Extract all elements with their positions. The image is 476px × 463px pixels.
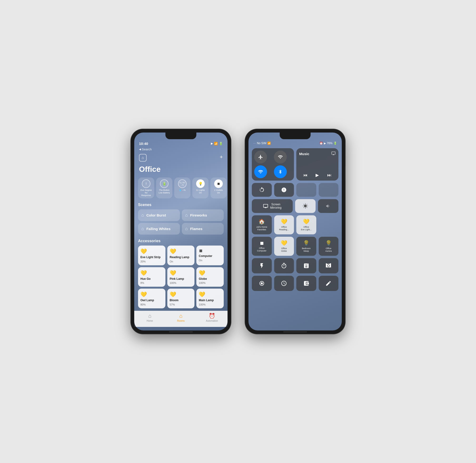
acc-name-0: Eve Light Strip	[140, 256, 163, 259]
right-home-indicator[interactable]	[283, 331, 307, 332]
cc-clock-btn[interactable]	[274, 276, 294, 291]
cc-office-eve-btn[interactable]: 💛 OfficeEve Light...	[296, 215, 316, 234]
cc-bluetooth-btn[interactable]	[274, 165, 287, 178]
scene-label-3: Flames	[190, 227, 203, 231]
back-nav[interactable]: Search	[134, 147, 227, 153]
accessory-main-lamp[interactable]: 💛 Main Lamp 100%	[196, 289, 224, 308]
vol-down-button[interactable]	[131, 171, 131, 180]
cc-connectivity-panel	[252, 148, 294, 181]
right-notch	[280, 133, 311, 139]
cc-julis-home-btn[interactable]: 🏠 Juli's HomeFavorites	[252, 215, 272, 234]
cc-app-shortcuts-row1	[252, 258, 338, 273]
acc-status-6: 80%	[140, 303, 163, 306]
status-tile-button[interactable]: 🔋 The ButtonLow Battery	[156, 178, 172, 198]
tab-rooms[interactable]: ⌂ Rooms	[174, 313, 188, 322]
acc-status-8: 100%	[199, 303, 221, 306]
cc-office-computer-btn[interactable]: ⏹ OfficeComputer	[252, 237, 272, 256]
tab-automation[interactable]: ⏰ Automation	[205, 313, 219, 322]
cc-carrier: ···· No SIM 📶	[253, 142, 271, 145]
tab-home[interactable]: ⌂ Home	[143, 313, 157, 322]
accessory-owl-lamp[interactable]: 💛 Owl Lamp 80%	[138, 289, 165, 308]
right-vol-up[interactable]	[245, 160, 245, 169]
status-tiles-container: ! Eve DegreeNo Response 🔋 The ButtonLow …	[134, 178, 227, 203]
right-vol-down[interactable]	[245, 171, 245, 180]
cc-prev-btn[interactable]: ⏮	[303, 173, 307, 178]
cc-music-panel[interactable]: Music ⏮ ▶ ⏭	[296, 148, 338, 181]
home-icon-button[interactable]: ⌂	[139, 154, 147, 161]
cc-office-globe-btn[interactable]: 💛 OfficeGlobe	[274, 237, 294, 256]
cc-next-btn[interactable]: ⏭	[327, 173, 332, 178]
status-tile-lights[interactable]: 💡 11 LightsOn	[192, 178, 208, 198]
cc-battery-icon: 🔋	[333, 142, 337, 145]
status-tile-temp[interactable]: 71-75°--% 💧 --%	[174, 178, 190, 198]
acc-status-5: 100%	[199, 281, 221, 284]
light-icon-7: 💛	[170, 292, 192, 298]
cc-airplay-icon[interactable]	[331, 151, 336, 156]
right-phone: ···· No SIM 📶 ⏰ ▶ 76% 🔋	[245, 129, 345, 334]
acc-name-4: Pink Lamp	[170, 277, 192, 281]
cc-airplane-btn[interactable]	[254, 151, 267, 163]
accessory-reading-lamp[interactable]: 💛 Reading Lamp On	[167, 246, 195, 265]
home-screen: 10:40 ▶ 📶 🔋 Search ⌂ + Office	[134, 133, 227, 330]
cc-wifi-btn[interactable]	[254, 165, 267, 178]
accessory-hue-go[interactable]: 💛 Hue Go 8%	[138, 267, 165, 287]
status-tile-eve-degree[interactable]: ! Eve DegreeNo Response	[138, 178, 154, 198]
cc-dnd-btn[interactable]	[274, 183, 294, 197]
accessory-globe[interactable]: 💛 Globe 100%	[196, 267, 224, 287]
back-label[interactable]: Search	[142, 148, 152, 151]
accessory-bloom[interactable]: 💛 Bloom 57%	[167, 289, 195, 308]
cc-rotation-lock-btn[interactable]	[252, 183, 272, 197]
eve-degree-icon: !	[142, 179, 150, 188]
outlets-label: 2 OutletsOn	[214, 189, 223, 194]
cc-office-reading-btn[interactable]: 💛 OfficeReading...	[274, 215, 294, 234]
accessories-header: Accessories	[134, 239, 227, 246]
home-indicator[interactable]	[169, 331, 193, 332]
cc-camera-btn[interactable]	[319, 258, 339, 273]
accessory-pink-lamp[interactable]: 💛 Pink Lamp 100%	[167, 267, 195, 287]
cc-notes-btn[interactable]	[319, 276, 339, 291]
power-button[interactable]	[231, 166, 231, 180]
cc-calculator-btn[interactable]	[296, 258, 316, 273]
cc-play-btn[interactable]: ▶	[315, 172, 319, 178]
lights-icon: 💡	[196, 179, 205, 188]
tab-rooms-label: Rooms	[177, 320, 185, 322]
cc-brightness-btn[interactable]	[295, 199, 315, 213]
cc-timer-btn[interactable]	[274, 258, 294, 273]
cc-empty-btn-1[interactable]	[296, 183, 316, 197]
add-button[interactable]: +	[220, 154, 223, 160]
cc-empty-btn-2[interactable]	[319, 183, 339, 197]
cc-flashlight-btn[interactable]	[252, 258, 272, 273]
accessory-computer[interactable]: ⏹ Computer On	[196, 246, 224, 265]
accessory-eve-light-strip[interactable]: 💛 Eve Light Strip 20%	[138, 246, 165, 265]
scene-label-1: Fireworks	[190, 213, 207, 217]
cc-office-aurora-btn[interactable]: 💡 OfficeAurora	[319, 237, 339, 256]
right-power-btn[interactable]	[345, 166, 345, 180]
acc-status-1: On	[170, 260, 192, 263]
light-icon-3: 💛	[140, 270, 163, 276]
cc-wallet-btn[interactable]	[296, 276, 316, 291]
scenes-grid: ⌂ Color Burst ⌂ Fireworks ⌂ Falling Whit…	[134, 209, 227, 239]
bedroom-meep-label: BedroomMeep	[302, 247, 311, 252]
svg-point-1	[260, 282, 263, 285]
cc-volume-btn[interactable]	[318, 199, 338, 213]
status-tile-outlets[interactable]: ⏹ 2 OutletsOn	[210, 178, 227, 198]
cc-grid: Music ⏮ ▶ ⏭	[249, 147, 342, 292]
office-eve-label: OfficeEve Light...	[301, 226, 312, 231]
acc-status-7: 57%	[170, 303, 192, 306]
office-reading-icon: 💛	[281, 219, 287, 225]
cc-screen-mirroring-btn[interactable]: ScreenMirroring	[252, 199, 293, 213]
lights-label: 11 LightsOn	[196, 189, 205, 194]
acc-status-0: 20%	[140, 260, 163, 263]
scene-flames[interactable]: ⌂ Flames	[182, 223, 224, 235]
bedroom-meep-icon: 💡	[303, 240, 309, 246]
cc-bedroom-meep-btn[interactable]: 💡 BedroomMeep	[296, 237, 316, 256]
scene-color-burst[interactable]: ⌂ Color Burst	[138, 209, 180, 221]
acc-name-3: Hue Go	[140, 277, 163, 281]
cc-wifi-icon: 📶	[267, 142, 271, 145]
cc-record-btn[interactable]	[252, 276, 272, 291]
scene-falling-whites[interactable]: ⌂ Falling Whites	[138, 223, 180, 235]
acc-name-7: Bloom	[170, 299, 192, 302]
cc-cellular-btn[interactable]	[274, 151, 287, 163]
scene-fireworks[interactable]: ⌂ Fireworks	[182, 209, 224, 221]
vol-up-button[interactable]	[131, 160, 131, 169]
